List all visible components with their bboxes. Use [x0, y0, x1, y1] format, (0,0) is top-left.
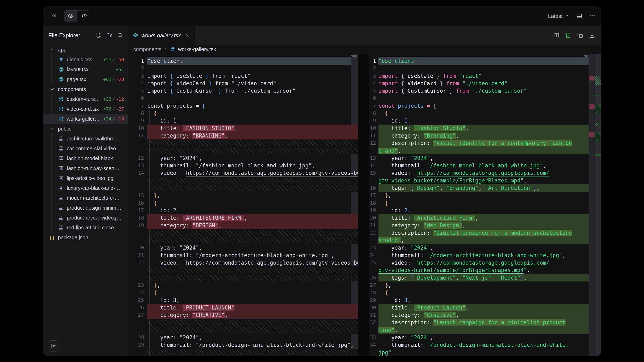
react-file-icon: [58, 96, 64, 102]
image-file-icon: [58, 225, 64, 230]
sidebar-item-product-design-minim-[interactable]: product-design-minim…: [43, 203, 128, 213]
scrollbar-thumb[interactable]: [584, 54, 588, 57]
line-number: 27: [128, 311, 147, 319]
sidebar-item-car-commercial-video-[interactable]: car-commercial-video…: [43, 143, 128, 153]
sidebar-item-red-lips-artistic-close-[interactable]: red-lips-artistic-close…: [43, 223, 128, 233]
line-number: 23: [369, 244, 378, 251]
pane-divider[interactable]: [358, 54, 369, 356]
tab-close-button[interactable]: [185, 33, 190, 38]
diff-view-button[interactable]: [565, 32, 571, 39]
scrollbar-thumb[interactable]: [351, 54, 358, 57]
copy-button[interactable]: [577, 32, 583, 39]
search-files-button[interactable]: [117, 32, 123, 39]
sidebar-item-layout.tsx[interactable]: layout.tsx+51: [43, 64, 128, 74]
sidebar-folder-app[interactable]: app: [43, 45, 128, 54]
code-line: 18 title: "ARCHITECTURE FIRM",: [128, 214, 358, 222]
line-number: 32: [369, 319, 378, 326]
line-number: 12: [369, 139, 378, 147]
code-line: 20 title: "Architecture Firm",: [369, 214, 601, 222]
line-number: 30: [369, 304, 378, 311]
sidebar-item-luxury-car-black-and-[interactable]: luxury-car-black-and-…: [43, 183, 128, 193]
sidebar-item-product-reveal-video.j-[interactable]: product-reveal-video.j…: [43, 213, 128, 223]
collapse-panel-button[interactable]: [48, 340, 59, 352]
tab-title: works-gallery.tsx: [141, 32, 181, 39]
diff-filler-row: [128, 184, 358, 192]
sidebar-item-page.tsx[interactable]: page.tsx+81/-28: [43, 74, 128, 84]
split-view-button[interactable]: [553, 32, 559, 39]
code-line: 17 id: 2,: [128, 207, 358, 214]
line-number: 3: [128, 72, 147, 80]
sidebar-item-modern-architecture-[interactable]: modern-architecture-…: [43, 193, 128, 203]
double-chevron-left-icon: [51, 12, 58, 20]
sidebar-item-globals.css[interactable]: #globals.css+51/-50: [43, 54, 128, 64]
diff-stats: +51: [116, 67, 128, 72]
sidebar-item-custom-curs-[interactable]: custom-curs…+33/-12: [43, 94, 128, 104]
download-icon: [589, 32, 595, 39]
code-line: 12 description: "Visual identity for a c…: [369, 139, 601, 147]
file-label: page.tsx: [67, 76, 86, 82]
panel-layout-button[interactable]: [576, 13, 582, 19]
line-number: 7: [128, 102, 147, 109]
more-options-button[interactable]: [590, 13, 596, 19]
arrow-left-to-line-icon: [50, 343, 57, 350]
code-line: 6: [128, 94, 358, 102]
view-mode-toggle: [64, 10, 91, 22]
line-number: 13: [128, 162, 147, 169]
code-line: 29 id: 3,: [369, 297, 601, 304]
code-line: 22 description: "Digital presence for a …: [369, 229, 601, 237]
line-number: 10: [128, 125, 147, 132]
code-line: 8 {: [128, 109, 358, 117]
line-number: 13: [369, 154, 378, 162]
line-number: 33: [369, 334, 378, 341]
collapse-sidebar-button[interactable]: [51, 12, 58, 20]
line-number: 22: [128, 259, 147, 267]
line-number: 23: [128, 282, 147, 289]
code-line: 26 tags: ["Development", "Next.js", "Rea…: [369, 274, 601, 282]
ruler-addition-mark: [595, 154, 601, 156]
line-number: 20: [369, 214, 378, 222]
diff-filler-row: [128, 319, 358, 326]
chevron-down-icon: [49, 47, 55, 52]
split-columns-icon: [553, 32, 559, 39]
version-dropdown[interactable]: Latest: [548, 13, 569, 19]
file-label: globals.css: [67, 57, 92, 63]
line-number: 26: [128, 304, 147, 311]
code-line: 5import { CustomCursor } from "./custom-…: [128, 87, 358, 94]
new-file-button[interactable]: [96, 32, 101, 39]
diff-file-icon: [565, 32, 571, 39]
line-number: 12: [128, 154, 147, 162]
ellipsis-icon: [590, 13, 596, 19]
file-label: luxury-car-black-and-…: [67, 185, 120, 191]
download-button[interactable]: [589, 32, 595, 39]
image-file-icon: [58, 175, 64, 181]
sidebar-folder-public[interactable]: public: [43, 124, 128, 134]
sidebar-item-video-card.tsx[interactable]: video-card.tsx+76/-27: [43, 104, 128, 114]
sidebar-item-architecture-walkthro-[interactable]: architecture-walkthro…: [43, 134, 128, 143]
line-number: 20: [128, 244, 147, 251]
sidebar-folder-components[interactable]: components: [43, 84, 128, 94]
image-file-icon: [58, 136, 64, 141]
code-line: 3import { useState } from "react": [369, 72, 601, 80]
ruler-deletion-mark: [588, 76, 594, 80]
sidebar-item-fashion-runway-scen-[interactable]: fashion-runway-scen…: [43, 163, 128, 173]
line-number: 1: [128, 57, 147, 65]
sidebar-item-fashion-model-black-[interactable]: fashion-model-black-…: [43, 153, 128, 163]
sidebar-item-lips-artistic-video.jpg[interactable]: lips-artistic-video.jpg: [43, 173, 128, 183]
code-line: 22 video: "https://commondatastorage.goo…: [128, 259, 358, 267]
line-number: 7: [369, 102, 378, 109]
ruler-deletion-mark: [588, 132, 594, 137]
chevron-right-icon: [164, 47, 168, 51]
code-toggle-button[interactable]: [78, 10, 91, 22]
line-number: 4: [369, 80, 378, 87]
preview-toggle-button[interactable]: [64, 10, 78, 22]
diff-overview-ruler[interactable]: [588, 54, 601, 356]
line-number: 3: [369, 72, 378, 80]
tab-works-gallery[interactable]: works-gallery.tsx: [128, 26, 195, 45]
sidebar-item-package.json[interactable]: {}package.json: [43, 233, 128, 242]
new-folder-button[interactable]: [106, 32, 112, 39]
sidebar-item-works-galler-[interactable]: works-galler…+24/-13: [43, 114, 128, 124]
line-number: 18: [128, 214, 147, 222]
line-number: 24: [369, 252, 378, 259]
line-number: 29: [128, 341, 147, 349]
code-line: gtv-videos-bucket/sample/ForBiggerBlazes…: [369, 177, 601, 184]
